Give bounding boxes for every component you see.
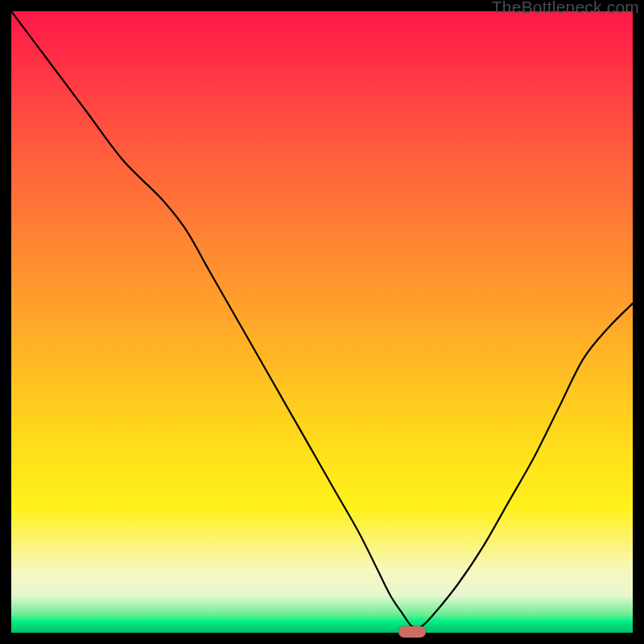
optimal-point-marker (398, 626, 426, 638)
watermark-label: TheBottleneck.com (492, 0, 639, 17)
chart-frame: TheBottleneck.com (0, 0, 644, 644)
chart-gradient-background (11, 11, 633, 633)
